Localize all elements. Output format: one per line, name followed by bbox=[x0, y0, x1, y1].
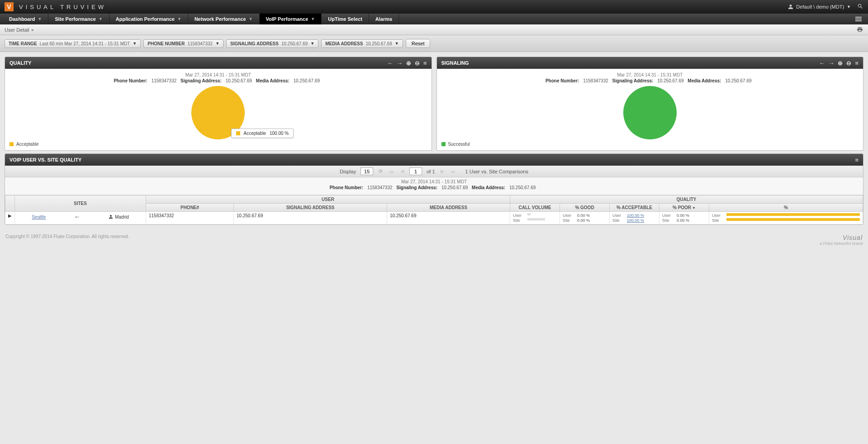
nav-site-performance[interactable]: Site Performance▼ bbox=[48, 14, 109, 24]
pager-last-button[interactable]: ⏭ bbox=[450, 169, 456, 174]
sort-desc-icon: ▼ bbox=[692, 206, 696, 210]
cell-good: User0.00 % Site0.00 % bbox=[560, 212, 610, 224]
cell-sig: 10.250.67.69 bbox=[234, 212, 387, 224]
filter-time-range[interactable]: TIME RANGE Last 60 min Mar 27, 2014 14:3… bbox=[5, 39, 141, 48]
user-icon bbox=[788, 4, 793, 10]
chevron-down-icon: ▼ bbox=[395, 41, 399, 46]
panel-signaling: SIGNALING ← → ⊕ ⊖ ≡ Mar 27, 2014 14:31 -… bbox=[436, 57, 864, 151]
legend-label: Acceptable bbox=[16, 142, 38, 147]
chevron-down-icon: ▼ bbox=[311, 17, 315, 21]
col-pct[interactable]: % bbox=[709, 204, 863, 212]
tooltip-value: 100.00 % bbox=[270, 131, 289, 136]
nav-dashboard[interactable]: Dashboard▼ bbox=[3, 14, 48, 24]
panel-title: SIGNALING bbox=[441, 60, 469, 66]
volume-bar-site bbox=[527, 218, 545, 220]
search-button[interactable] bbox=[857, 3, 863, 10]
filter-value: 10.250.67.69 bbox=[365, 41, 392, 46]
col-sites[interactable]: SITES bbox=[15, 196, 146, 212]
nav-menu-button[interactable] bbox=[852, 14, 865, 24]
nav-uptime-select[interactable]: UpTime Select bbox=[322, 14, 369, 24]
zoom-out-button[interactable]: ⊖ bbox=[415, 60, 420, 67]
nav-alarms[interactable]: Alarms bbox=[369, 14, 399, 24]
pager-prev-button[interactable]: ◀ bbox=[399, 168, 405, 174]
pager-per-page-input[interactable] bbox=[360, 167, 373, 175]
zoom-out-button[interactable]: ⊖ bbox=[846, 60, 851, 67]
col-acceptable[interactable]: % ACCEPTABLE bbox=[610, 204, 659, 212]
chevron-down-icon: ▼ bbox=[310, 41, 314, 46]
reset-button[interactable]: Reset bbox=[406, 39, 431, 48]
acc-site-link[interactable]: 100.00 % bbox=[627, 218, 656, 223]
breadcrumb[interactable]: User Detail bbox=[5, 27, 29, 33]
pager-page-input[interactable] bbox=[409, 167, 422, 175]
legend-swatch bbox=[441, 142, 446, 146]
next-button[interactable]: → bbox=[828, 60, 834, 67]
col-good[interactable]: % GOOD bbox=[560, 204, 610, 212]
col-call-volume[interactable]: CALL VOLUME bbox=[510, 204, 560, 212]
volume-bar-user bbox=[527, 213, 531, 215]
panel-kv-row: Phone Number: 1158347332 Signaling Addre… bbox=[9, 78, 427, 83]
chevron-down-icon: ▼ bbox=[847, 5, 851, 9]
filter-label: PHONE NUMBER bbox=[147, 41, 185, 46]
zoom-in-button[interactable]: ⊕ bbox=[838, 60, 843, 67]
quality-bar-site bbox=[726, 218, 860, 221]
filter-media-address[interactable]: MEDIA ADDRESS 10.250.67.69 ▼ bbox=[321, 39, 403, 48]
col-sig-addr[interactable]: SIGNALING ADDRESS bbox=[234, 204, 387, 212]
chevron-down-icon: ▼ bbox=[215, 41, 219, 46]
user-icon bbox=[109, 215, 113, 219]
nav-application-performance[interactable]: Application Performance▼ bbox=[109, 14, 188, 24]
print-button[interactable] bbox=[856, 26, 863, 33]
copyright: Copyright © 1997-2014 Fluke Corporation.… bbox=[5, 234, 129, 246]
col-poor[interactable]: % POOR▼ bbox=[659, 204, 709, 212]
table-pager: Display ⟳ ⏮ ◀ of 1 ▶ ⏭ 1 User vs. Site C… bbox=[5, 166, 863, 177]
main-nav: Dashboard▼Site Performance▼Application P… bbox=[0, 14, 868, 24]
site-link[interactable]: Seattle bbox=[32, 215, 46, 220]
pager-first-button[interactable]: ⏮ bbox=[388, 169, 395, 174]
zoom-in-button[interactable]: ⊕ bbox=[406, 60, 411, 67]
panel-menu-button[interactable]: ≡ bbox=[855, 157, 859, 163]
cell-acceptable: User100.00 % Site100.00 % bbox=[610, 212, 659, 224]
user-menu[interactable]: Default \ demo (MDT) ▼ bbox=[788, 4, 851, 10]
next-button[interactable]: → bbox=[397, 60, 403, 67]
signaling-pie-chart[interactable] bbox=[623, 86, 677, 139]
nav-network-performance[interactable]: Network Performance▼ bbox=[188, 14, 260, 24]
filter-value: 10.250.67.69 bbox=[281, 41, 308, 46]
refresh-button[interactable]: ⟳ bbox=[378, 168, 384, 174]
chevron-down-icon: ▼ bbox=[99, 17, 103, 21]
breadcrumb-bar: User Detail ▸ bbox=[0, 24, 868, 35]
brand-logo: V bbox=[5, 2, 14, 11]
panel-menu-button[interactable]: ≡ bbox=[855, 60, 859, 67]
chart-legend: Acceptable bbox=[9, 142, 38, 147]
col-media-addr[interactable]: MEDIA ADDRESS bbox=[387, 204, 510, 212]
legend-swatch bbox=[236, 131, 240, 135]
chevron-right-icon: ▸ bbox=[32, 27, 34, 32]
filter-value: Last 60 min Mar 27, 2014 14:31 - 15:31 M… bbox=[40, 41, 130, 46]
chart-tooltip: Acceptable 100.00 % bbox=[231, 129, 294, 138]
cell-poor: User0.00 % Site0.00 % bbox=[659, 212, 709, 224]
chevron-down-icon: ▼ bbox=[38, 17, 42, 21]
footer-sub: a Fluke Networks brand bbox=[820, 241, 863, 246]
quality-bar-user bbox=[726, 213, 860, 216]
filter-phone-number[interactable]: PHONE NUMBER 1158347332 ▼ bbox=[143, 39, 223, 48]
filter-signaling-address[interactable]: SIGNALING ADDRESS 10.250.67.69 ▼ bbox=[226, 39, 318, 48]
expand-row-button[interactable]: ▶ bbox=[5, 212, 15, 224]
chevron-down-icon: ▼ bbox=[133, 41, 137, 46]
panel-title: QUALITY bbox=[9, 60, 31, 66]
table-row[interactable]: ▶ Seattle ← Madrid 1158347332 10.250.67.… bbox=[5, 212, 863, 224]
filter-label: MEDIA ADDRESS bbox=[325, 41, 363, 46]
brand-name: VISUAL TRUVIEW bbox=[19, 4, 106, 10]
search-icon bbox=[857, 3, 863, 10]
panel-kv-row: Phone Number: 1158347332 Signaling Addre… bbox=[441, 78, 859, 83]
pager-display-label: Display bbox=[340, 169, 356, 174]
prev-button[interactable]: ← bbox=[387, 60, 393, 67]
filter-bar: TIME RANGE Last 60 min Mar 27, 2014 14:3… bbox=[0, 35, 868, 52]
page-footer: Copyright © 1997-2014 Fluke Corporation.… bbox=[0, 229, 868, 259]
acc-user-link[interactable]: 100.00 % bbox=[627, 213, 656, 218]
panel-voip-user-site-quality: VOIP USER VS. SITE QUALITY ≡ Display ⟳ ⏮… bbox=[5, 153, 863, 225]
nav-voip-performance[interactable]: VoIP Performance▼ bbox=[260, 14, 322, 24]
dest-user: Madrid bbox=[109, 215, 129, 220]
pager-next-button[interactable]: ▶ bbox=[440, 168, 445, 174]
prev-button[interactable]: ← bbox=[819, 60, 825, 67]
col-phone[interactable]: PHONE# bbox=[146, 204, 234, 212]
panel-menu-button[interactable]: ≡ bbox=[423, 60, 427, 67]
user-label: Default \ demo (MDT) bbox=[796, 4, 844, 10]
